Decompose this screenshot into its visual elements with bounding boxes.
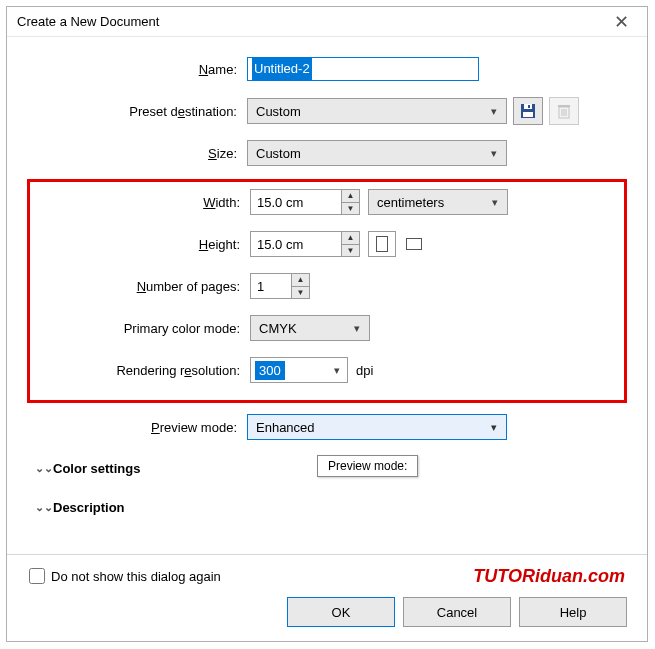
name-label: Name: xyxy=(27,62,247,77)
name-input[interactable]: Untitled-2 xyxy=(247,57,479,81)
spinner-arrows[interactable]: ▲▼ xyxy=(341,190,359,214)
units-select[interactable]: centimeters ▾ xyxy=(368,189,508,215)
colormode-select[interactable]: CMYK ▾ xyxy=(250,315,370,341)
ok-button[interactable]: OK xyxy=(287,597,395,627)
description-label: Description xyxy=(53,500,125,515)
help-button[interactable]: Help xyxy=(519,597,627,627)
spinner-arrows[interactable]: ▲▼ xyxy=(291,274,309,298)
pages-label: Number of pages: xyxy=(30,279,250,294)
resolution-label: Rendering resolution: xyxy=(30,363,250,378)
delete-preset-button xyxy=(549,97,579,125)
color-settings-label: Color settings xyxy=(53,461,140,476)
save-icon xyxy=(520,103,536,119)
svg-rect-1 xyxy=(523,112,533,117)
chevron-down-icon: ▾ xyxy=(486,105,502,118)
trash-icon xyxy=(557,103,571,119)
preset-label: Preset destination: xyxy=(27,104,247,119)
expand-icon: ⌄⌄ xyxy=(35,501,53,514)
dont-show-checkbox[interactable]: Do not show this dialog again xyxy=(25,565,473,587)
new-document-dialog: Create a New Document ✕ Name: Untitled-2… xyxy=(6,6,648,642)
preview-label: Preview mode: xyxy=(27,420,247,435)
width-label: Width: xyxy=(30,195,250,210)
portrait-icon xyxy=(376,236,388,252)
size-label: Size: xyxy=(27,146,247,161)
watermark: TUTORiduan.com xyxy=(473,566,625,587)
close-icon[interactable]: ✕ xyxy=(601,10,641,34)
resolution-unit-label: dpi xyxy=(356,363,373,378)
description-toggle[interactable]: ⌄⌄ Description xyxy=(35,500,627,515)
landscape-icon xyxy=(406,238,422,250)
resolution-combo[interactable]: 300 ▾ xyxy=(250,357,348,383)
chevron-down-icon: ▾ xyxy=(486,147,502,160)
chevron-down-icon: ▾ xyxy=(349,322,365,335)
colormode-label: Primary color mode: xyxy=(30,321,250,336)
spinner-arrows[interactable]: ▲▼ xyxy=(341,232,359,256)
size-select[interactable]: Custom ▾ xyxy=(247,140,507,166)
chevron-down-icon: ▾ xyxy=(486,421,502,434)
svg-rect-3 xyxy=(528,105,530,108)
save-preset-button[interactable] xyxy=(513,97,543,125)
height-spinner[interactable]: 15.0 cm ▲▼ xyxy=(250,231,360,257)
preset-select[interactable]: Custom ▾ xyxy=(247,98,507,124)
chevron-down-icon: ▾ xyxy=(487,196,503,209)
dialog-title: Create a New Document xyxy=(17,14,601,29)
expand-icon: ⌄⌄ xyxy=(35,462,53,475)
cancel-button[interactable]: Cancel xyxy=(403,597,511,627)
tooltip: Preview mode: xyxy=(317,455,418,477)
preview-select[interactable]: Enhanced ▾ xyxy=(247,414,507,440)
landscape-button[interactable] xyxy=(406,238,422,250)
highlight-box: Width: 15.0 cm ▲▼ centimeters ▾ Height: … xyxy=(27,179,627,403)
pages-spinner[interactable]: 1 ▲▼ xyxy=(250,273,310,299)
height-label: Height: xyxy=(30,237,250,252)
width-spinner[interactable]: 15.0 cm ▲▼ xyxy=(250,189,360,215)
checkbox-input[interactable] xyxy=(29,568,45,584)
portrait-button[interactable] xyxy=(368,231,396,257)
dont-show-label: Do not show this dialog again xyxy=(51,569,221,584)
titlebar: Create a New Document ✕ xyxy=(7,7,647,37)
chevron-down-icon: ▾ xyxy=(327,364,347,377)
dialog-footer: Do not show this dialog again TUTORiduan… xyxy=(7,554,647,641)
